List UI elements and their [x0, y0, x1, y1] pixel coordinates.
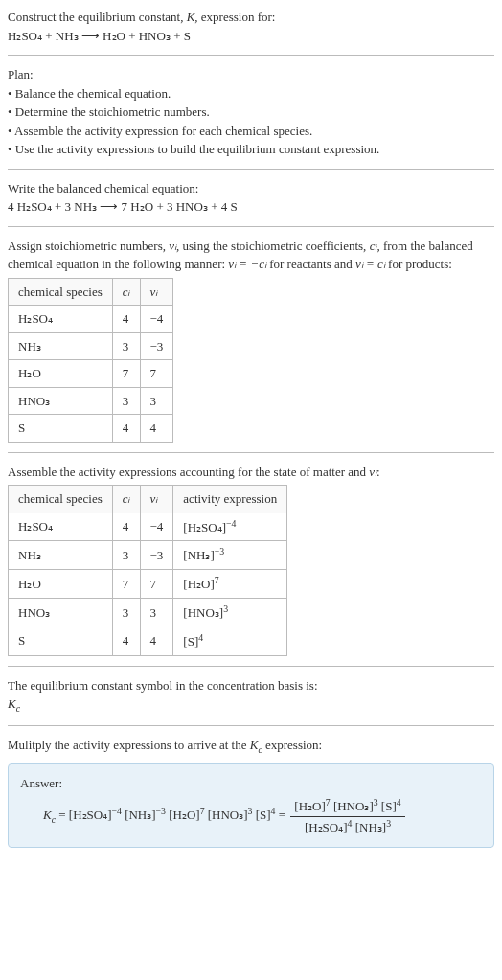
table-header-row: chemical species cᵢ νᵢ activity expressi… [9, 486, 287, 513]
expr-base: [NH₃] [183, 549, 214, 563]
exp: 4 [348, 818, 353, 829]
cell-species: HNO₃ [9, 387, 113, 415]
cell-species: NH₃ [9, 541, 113, 570]
cell-nu: −4 [140, 306, 173, 333]
plan-item: • Assemble the activity expression for e… [8, 122, 494, 141]
table-row: H₂O77 [9, 360, 173, 388]
text: expression: [262, 738, 322, 752]
answer-equation: Kc = [H₂SO₄]−4 [NH₃]−3 [H₂O]7 [HNO₃]3 [S… [43, 796, 482, 837]
cell-nu: 4 [140, 415, 173, 443]
exp: −3 [156, 806, 166, 816]
term: [H₂O]7 [294, 799, 330, 813]
cell-c: 3 [112, 387, 140, 415]
Kc-symbol: Kc [8, 695, 494, 716]
fraction: [H₂O]7 [HNO₃]3 [S]4 [H₂SO₄]4 [NH₃]3 [290, 796, 404, 837]
cell-c: 4 [112, 306, 140, 333]
cell-nu: −3 [140, 332, 173, 360]
equals: = [279, 808, 289, 822]
cell-expr: [HNO₃]3 [173, 598, 287, 627]
expr-exp: −4 [226, 518, 236, 529]
base: [H₂O] [169, 808, 199, 822]
table-row: S44 [9, 415, 173, 443]
table-row: H₂SO₄4−4[H₂SO₄]−4 [9, 513, 287, 541]
text: Assign stoichiometric numbers, [8, 239, 169, 253]
divider [8, 55, 494, 56]
col-species: chemical species [9, 486, 113, 513]
stoich-table: chemical species cᵢ νᵢ H₂SO₄4−4 NH₃3−3 H… [8, 278, 173, 443]
base: [S] [256, 808, 271, 822]
rule-reactants: νᵢ = −cᵢ [228, 257, 266, 271]
balanced-section: Write the balanced chemical equation: 4 … [8, 179, 494, 217]
cell-nu: −4 [140, 513, 173, 541]
expr-base: [S] [183, 634, 198, 649]
answer-label: Answer: [20, 774, 482, 793]
denominator: [H₂SO₄]4 [NH₃]3 [290, 817, 404, 837]
col-species: chemical species [9, 278, 113, 306]
stoich-section: Assign stoichiometric numbers, νᵢ, using… [8, 237, 494, 443]
cell-c: 3 [112, 332, 140, 360]
numerator: [H₂O]7 [HNO₃]3 [S]4 [290, 796, 404, 817]
text: for reactants and [266, 257, 355, 271]
rule-products: νᵢ = cᵢ [355, 257, 385, 271]
balanced-equation: 4 H₂SO₄ + 3 NH₃ ⟶ 7 H₂O + 3 HNO₃ + 4 S [8, 197, 494, 217]
term: [S]4 [381, 799, 401, 813]
cell-species: H₂SO₄ [9, 513, 113, 541]
table-row: NH₃3−3 [9, 332, 173, 360]
base: [HNO₃] [333, 799, 374, 813]
expr-exp: −3 [215, 546, 224, 557]
table-header-row: chemical species cᵢ νᵢ [9, 278, 173, 306]
term: [NH₃]−3 [125, 808, 166, 822]
prompt-prefix: Construct the equilibrium constant, [8, 10, 187, 24]
base: [H₂O] [294, 799, 325, 813]
term: [NH₃]3 [355, 820, 391, 834]
symbol-text: The equilibrium constant symbol in the c… [8, 676, 494, 695]
cell-c: 4 [112, 415, 140, 443]
text: Assemble the activity expressions accoun… [8, 465, 369, 479]
exp: −4 [112, 806, 122, 816]
text: for products: [385, 257, 452, 271]
cell-nu: −3 [140, 541, 173, 570]
table-row: HNO₃33[HNO₃]3 [9, 598, 287, 627]
col-expr: activity expression [173, 486, 287, 513]
cell-c: 3 [112, 598, 140, 627]
table-row: HNO₃33 [9, 387, 173, 415]
divider [8, 452, 494, 453]
table-row: NH₃3−3[NH₃]−3 [9, 541, 287, 570]
plan-item: • Use the activity expressions to build … [8, 140, 494, 159]
exp: 4 [397, 797, 401, 808]
balanced-heading: Write the balanced chemical equation: [8, 179, 494, 198]
cell-species: S [9, 415, 113, 443]
stoich-text: Assign stoichiometric numbers, νᵢ, using… [8, 237, 494, 274]
divider [8, 169, 494, 170]
K-sub: c [16, 703, 20, 714]
cell-expr: [H₂O]7 [173, 570, 287, 599]
nu-i: νᵢ [169, 239, 176, 253]
K: K [8, 696, 16, 711]
cell-nu: 3 [140, 598, 173, 627]
activity-text: Assemble the activity expressions accoun… [8, 463, 494, 482]
K-sub: c [52, 814, 56, 825]
table-row: S44[S]4 [9, 627, 287, 655]
text: , using the stoichiometric coefficients, [176, 239, 370, 253]
base: [S] [381, 799, 397, 813]
term: [S]4 [256, 808, 276, 822]
table-row: H₂O77[H₂O]7 [9, 570, 287, 599]
Kc-inline: Kc [250, 738, 262, 752]
lhs-product: [H₂SO₄]−4 [NH₃]−3 [H₂O]7 [HNO₃]3 [S]4 [69, 808, 279, 822]
expr-base: [HNO₃] [183, 605, 223, 620]
col-c: cᵢ [112, 278, 140, 306]
multiply-section: Mulitply the activity expressions to arr… [8, 736, 494, 757]
term: [H₂O]7 [169, 808, 204, 822]
text: : [376, 465, 380, 479]
cell-expr: [NH₃]−3 [173, 541, 287, 570]
expr-base: [H₂O] [183, 577, 214, 591]
divider [8, 226, 494, 227]
expr-base: [H₂SO₄] [183, 520, 226, 535]
plan-item: • Determine the stoichiometric numbers. [8, 103, 494, 122]
col-nu: νᵢ [140, 486, 173, 513]
term: [H₂SO₄]4 [305, 820, 353, 834]
term: [HNO₃]3 [208, 808, 253, 822]
base: [H₂SO₄] [305, 820, 348, 834]
term: [HNO₃]3 [333, 799, 378, 813]
cell-c: 4 [112, 513, 140, 541]
